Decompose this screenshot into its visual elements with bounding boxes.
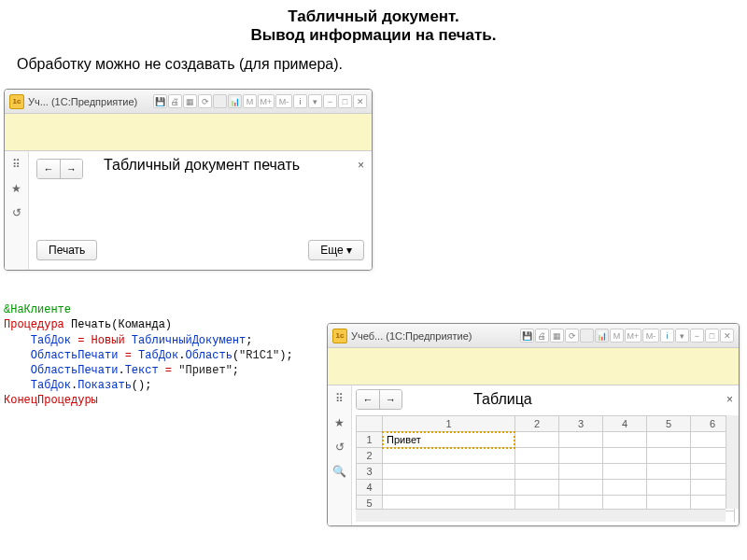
cell[interactable] <box>383 464 515 480</box>
nav-forward-button[interactable]: → <box>60 160 82 178</box>
cell[interactable] <box>383 480 515 496</box>
history-icon[interactable]: ↺ <box>331 439 348 455</box>
cell[interactable] <box>602 464 646 480</box>
toolbar-save-icon[interactable]: 💾 <box>520 329 534 343</box>
cell[interactable] <box>383 448 515 464</box>
yellow-band <box>328 348 739 385</box>
chevron-down-icon: ▾ <box>346 244 352 257</box>
cell[interactable] <box>514 464 558 480</box>
cell[interactable] <box>602 432 646 448</box>
row-header[interactable]: 2 <box>357 448 383 464</box>
col-header[interactable]: 2 <box>514 416 558 432</box>
sidebar: ⠿ ★ ↺ 🔍 <box>328 385 352 525</box>
toolbar-save-icon[interactable]: 💾 <box>153 94 167 108</box>
logo-1c-icon: 1c <box>332 329 347 343</box>
toolbar-minimize-icon[interactable]: − <box>690 329 704 343</box>
cell[interactable] <box>558 432 602 448</box>
search-icon[interactable]: 🔍 <box>331 463 348 480</box>
yellow-band <box>5 114 372 151</box>
toolbar-maximize-icon[interactable]: □ <box>338 94 352 108</box>
cell-r1c1[interactable]: Привет <box>383 432 515 448</box>
table-title: Таблица <box>473 391 532 408</box>
window-title: Уч... (1С:Предприятие) <box>28 96 137 107</box>
row-header[interactable]: 1 <box>357 432 383 448</box>
toolbar-print-icon[interactable]: 🖨 <box>168 94 182 108</box>
titlebar[interactable]: 1c Уч... (1С:Предприятие) 💾 🖨 ▦ ⟳ 📊 M M+… <box>5 90 372 114</box>
col-header[interactable]: 3 <box>558 416 602 432</box>
toolbar-calc-icon[interactable]: 📊 <box>595 329 609 343</box>
print-button[interactable]: Печать <box>36 240 97 260</box>
row-header[interactable]: 4 <box>357 480 383 496</box>
cell[interactable] <box>514 480 558 496</box>
toolbar-empty-icon <box>580 329 594 343</box>
toolbar-doc-icon[interactable]: ▦ <box>550 329 564 343</box>
logo-1c-icon: 1c <box>9 94 24 109</box>
spreadsheet[interactable]: 1 2 3 4 5 6 1 Привет 2 3 4 5 <box>356 415 735 522</box>
row-header[interactable]: 3 <box>357 464 383 480</box>
window-title: Учеб... (1С:Предприятие) <box>351 330 472 342</box>
close-icon[interactable]: × <box>358 159 364 172</box>
page-subheader: Обработку можно не создавать (для пример… <box>0 52 747 84</box>
page-title-1: Табличный документ. <box>0 7 747 26</box>
toolbar-dd-icon[interactable]: ▾ <box>308 94 322 108</box>
apps-icon[interactable]: ⠿ <box>331 390 348 407</box>
history-icon[interactable]: ↺ <box>8 204 25 221</box>
cell[interactable] <box>646 480 690 496</box>
toolbar-mplus-icon[interactable]: M+ <box>258 94 275 108</box>
cell[interactable] <box>646 432 690 448</box>
toolbar-calc-icon[interactable]: 📊 <box>228 94 242 108</box>
cell[interactable] <box>558 464 602 480</box>
page-title-2: Вывод информации на печать. <box>0 26 747 45</box>
toolbar-mminus-icon[interactable]: M- <box>642 329 659 343</box>
cell[interactable] <box>514 448 558 464</box>
toolbar-mplus-icon[interactable]: M+ <box>625 329 641 343</box>
toolbar-refresh-icon[interactable]: ⟳ <box>198 94 212 108</box>
nav-forward-button[interactable]: → <box>379 390 402 409</box>
cell[interactable] <box>602 448 646 464</box>
star-icon[interactable]: ★ <box>331 414 348 431</box>
cell[interactable] <box>646 448 690 464</box>
toolbar-minimize-icon[interactable]: − <box>323 94 337 108</box>
col-header[interactable]: 4 <box>602 416 646 432</box>
toolbar-dd-icon[interactable]: ▾ <box>675 329 689 343</box>
toolbar-refresh-icon[interactable]: ⟳ <box>565 329 579 343</box>
more-button[interactable]: Еще ▾ <box>308 240 364 260</box>
corner-cell <box>357 416 383 432</box>
dialog-title: Табличный документ печать <box>104 157 300 174</box>
cell[interactable] <box>514 432 558 448</box>
cell[interactable] <box>646 464 690 480</box>
window-table: 1c Учеб... (1С:Предприятие) 💾 🖨 ▦ ⟳ 📊 M … <box>327 323 740 526</box>
toolbar-maximize-icon[interactable]: □ <box>705 329 719 343</box>
toolbar-empty-icon <box>213 94 227 108</box>
star-icon[interactable]: ★ <box>8 180 25 197</box>
col-header[interactable]: 1 <box>383 416 515 432</box>
scrollbar-horizontal[interactable] <box>356 509 726 522</box>
sidebar: ⠿ ★ ↺ <box>5 151 29 270</box>
window-print-dialog: 1c Уч... (1С:Предприятие) 💾 🖨 ▦ ⟳ 📊 M M+… <box>4 89 373 271</box>
nav-back-button[interactable]: ← <box>37 160 60 178</box>
titlebar[interactable]: 1c Учеб... (1С:Предприятие) 💾 🖨 ▦ ⟳ 📊 M … <box>328 324 739 348</box>
toolbar-info-icon[interactable]: i <box>660 329 674 343</box>
col-header[interactable]: 5 <box>646 416 690 432</box>
apps-icon[interactable]: ⠿ <box>8 156 25 173</box>
toolbar-info-icon[interactable]: i <box>293 94 307 108</box>
cell[interactable] <box>602 480 646 496</box>
cell[interactable] <box>558 480 602 496</box>
toolbar-close-icon[interactable]: ✕ <box>720 329 734 343</box>
scrollbar-vertical[interactable] <box>726 415 739 509</box>
toolbar-m-icon[interactable]: M <box>610 329 624 343</box>
toolbar-close-icon[interactable]: ✕ <box>353 94 367 108</box>
code-block: &НаКлиенте Процедура Печать(Команда) Таб… <box>4 287 293 409</box>
toolbar-doc-icon[interactable]: ▦ <box>183 94 197 108</box>
toolbar-m-icon[interactable]: M <box>243 94 257 108</box>
close-icon[interactable]: × <box>726 393 733 406</box>
toolbar-print-icon[interactable]: 🖨 <box>535 329 549 343</box>
toolbar-mminus-icon[interactable]: M- <box>275 94 292 108</box>
nav-back-button[interactable]: ← <box>357 390 379 409</box>
cell[interactable] <box>558 448 602 464</box>
